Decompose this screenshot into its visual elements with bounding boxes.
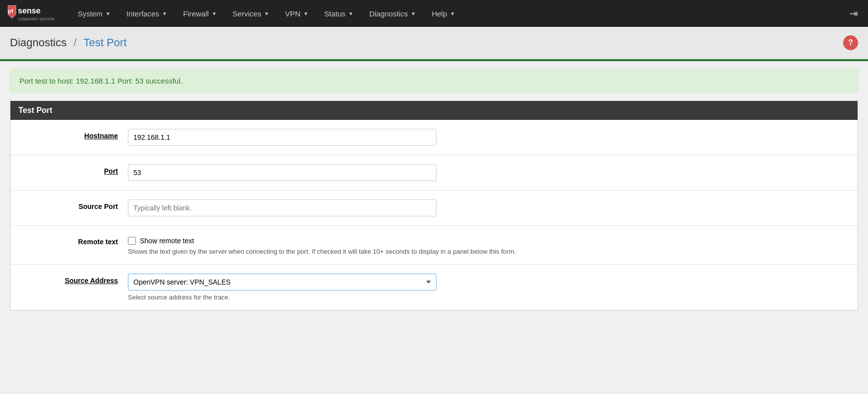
source-port-input-wrap (128, 199, 850, 216)
firewall-dropdown-arrow: ▼ (212, 11, 217, 16)
navbar: pf sense COMMUNITY EDITION System ▼ Inte… (0, 0, 868, 27)
hostname-label: Hostname (18, 129, 128, 140)
logout-icon[interactable]: ⇥ (845, 7, 863, 19)
nav-diagnostics[interactable]: Diagnostics ▼ (361, 0, 424, 27)
nav-items: System ▼ Interfaces ▼ Firewall ▼ Service… (70, 0, 845, 27)
remote-text-checkbox[interactable] (128, 237, 136, 245)
interfaces-dropdown-arrow: ▼ (162, 11, 167, 16)
remote-text-label: Remote text (18, 235, 128, 246)
source-address-row: Source Address OpenVPN server: VPN_SALES… (10, 265, 858, 310)
svg-text:COMMUNITY EDITION: COMMUNITY EDITION (18, 17, 54, 21)
diagnostics-dropdown-arrow: ▼ (411, 11, 416, 16)
system-dropdown-arrow: ▼ (106, 11, 110, 16)
services-dropdown-arrow: ▼ (264, 11, 269, 16)
success-message: Port test to host: 192.168.1.1 Port: 53 … (10, 69, 858, 93)
remote-text-checkbox-label[interactable]: Show remote text (128, 235, 850, 245)
card-title: Test Port (10, 101, 858, 120)
test-port-card: Test Port Hostname Port Source Port Remo… (10, 100, 858, 310)
source-port-label: Source Port (18, 199, 128, 210)
source-address-select[interactable]: OpenVPN server: VPN_SALES Default WAN LA… (128, 274, 436, 291)
port-input-wrap (128, 164, 850, 181)
page-header: Diagnostics / Test Port ? (0, 27, 868, 59)
accent-bar (0, 59, 868, 61)
breadcrumb-separator: / (74, 36, 77, 49)
remote-text-row: Remote text Show remote text Shows the t… (10, 226, 858, 265)
breadcrumb: Diagnostics / Test Port (10, 36, 127, 49)
breadcrumb-current: Test Port (84, 36, 127, 49)
hostname-input-wrap (128, 129, 850, 146)
nav-status[interactable]: Status ▼ (316, 0, 361, 27)
nav-interfaces[interactable]: Interfaces ▼ (118, 0, 175, 27)
nav-vpn[interactable]: VPN ▼ (277, 0, 317, 27)
source-port-row: Source Port (10, 191, 858, 226)
nav-services[interactable]: Services ▼ (224, 0, 277, 27)
source-address-wrap: OpenVPN server: VPN_SALES Default WAN LA… (128, 274, 850, 301)
help-button[interactable]: ? (843, 35, 858, 50)
port-input[interactable] (128, 164, 436, 181)
hostname-row: Hostname (10, 120, 858, 155)
nav-system[interactable]: System ▼ (70, 0, 118, 27)
hostname-input[interactable] (128, 129, 436, 146)
svg-text:sense: sense (18, 6, 40, 15)
svg-text:pf: pf (8, 8, 13, 14)
nav-firewall[interactable]: Firewall ▼ (175, 0, 225, 27)
breadcrumb-parent: Diagnostics (10, 36, 67, 49)
remote-text-description: Shows the text given by the server when … (128, 248, 850, 255)
remote-text-checkbox-text: Show remote text (140, 237, 194, 245)
remote-text-wrap: Show remote text Shows the text given by… (128, 235, 850, 255)
vpn-dropdown-arrow: ▼ (304, 11, 309, 16)
port-row: Port (10, 155, 858, 191)
nav-help[interactable]: Help ▼ (424, 0, 463, 27)
brand-logo[interactable]: pf sense COMMUNITY EDITION (5, 3, 60, 23)
source-address-label: Source Address (18, 274, 128, 285)
source-address-help: Select source address for the trace. (128, 294, 850, 301)
help-dropdown-arrow: ▼ (450, 11, 455, 16)
status-dropdown-arrow: ▼ (348, 11, 353, 16)
source-port-input[interactable] (128, 199, 436, 216)
port-label: Port (18, 164, 128, 175)
